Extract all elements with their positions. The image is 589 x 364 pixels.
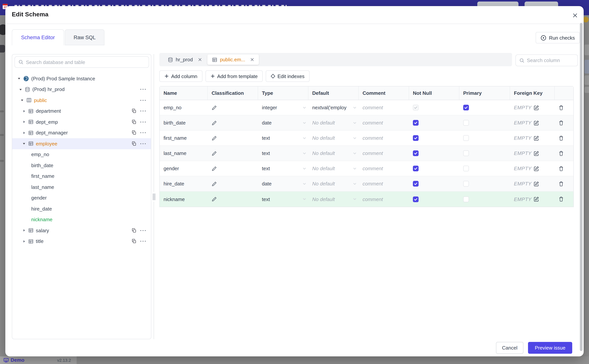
comment-field[interactable]: comment	[359, 192, 409, 207]
caret-right-icon[interactable]	[22, 131, 26, 135]
default-select[interactable]: No default	[308, 146, 359, 161]
tab-chip-hr-prod[interactable]: hr_prod	[163, 54, 207, 65]
more-actions-icon[interactable]: ···	[140, 228, 147, 233]
tree-item-column-emp-no[interactable]: emp_no	[12, 149, 151, 160]
tree-item-column-nickname[interactable]: nickname	[12, 214, 151, 225]
more-actions-icon[interactable]: ···	[140, 109, 147, 114]
classification-edit-icon[interactable]	[212, 196, 217, 202]
tree-item-table-employee[interactable]: employee ···	[12, 138, 151, 149]
tab-chip-public-employee[interactable]: public.em...	[207, 54, 259, 65]
tree-item-table-dept-emp[interactable]: dept_emp ···	[12, 117, 151, 127]
primary-checkbox[interactable]	[463, 135, 469, 141]
tree-item-schema-public[interactable]: public ···	[12, 95, 151, 106]
copy-icon[interactable]	[131, 228, 136, 233]
default-select[interactable]: No default	[308, 176, 359, 191]
comment-field[interactable]: comment	[359, 176, 409, 191]
name-field[interactable]: last_name	[160, 146, 208, 161]
edit-foreign-key-icon[interactable]	[534, 135, 539, 141]
tree-item-column-birth-date[interactable]: birth_date	[12, 160, 151, 171]
trash-icon[interactable]	[558, 135, 564, 141]
classification-edit-icon[interactable]	[212, 181, 217, 186]
primary-checkbox[interactable]	[463, 120, 469, 126]
comment-field[interactable]: comment	[359, 130, 409, 145]
more-actions-icon[interactable]: ···	[140, 98, 147, 103]
classification-edit-icon[interactable]	[212, 135, 217, 141]
modal-scrollbar[interactable]	[580, 23, 582, 351]
edit-foreign-key-icon[interactable]	[534, 166, 539, 171]
classification-edit-icon[interactable]	[212, 105, 217, 110]
copy-icon[interactable]	[131, 120, 136, 124]
tab-raw-sql[interactable]: Raw SQL	[65, 29, 104, 45]
not-null-checkbox[interactable]	[413, 105, 419, 110]
primary-checkbox[interactable]	[463, 105, 469, 110]
trash-icon[interactable]	[558, 166, 564, 171]
comment-field[interactable]: comment	[359, 115, 409, 130]
tree-item-database[interactable]: (Prod) hr_prod ···	[12, 84, 151, 95]
tree-item-instance[interactable]: (Prod) Prod Sample Instance	[12, 73, 151, 84]
close-tab-icon[interactable]	[198, 58, 202, 62]
primary-checkbox[interactable]	[463, 181, 469, 187]
copy-icon[interactable]	[131, 130, 136, 135]
add-column-button[interactable]: Add column	[159, 71, 202, 82]
run-checks-button[interactable]: Run checks	[536, 32, 580, 43]
classification-edit-icon[interactable]	[212, 151, 217, 156]
column-search-input[interactable]	[527, 58, 574, 63]
more-actions-icon[interactable]: ···	[140, 120, 147, 124]
edit-foreign-key-icon[interactable]	[534, 105, 539, 110]
tree-item-column-last-name[interactable]: last_name	[12, 182, 151, 192]
more-actions-icon[interactable]: ···	[140, 87, 147, 92]
comment-field[interactable]: comment	[359, 161, 409, 176]
tree-item-table-dept-manager[interactable]: dept_manager ···	[12, 127, 151, 138]
cancel-button[interactable]: Cancel	[496, 342, 523, 354]
name-field[interactable]: first_name	[160, 130, 208, 145]
edit-foreign-key-icon[interactable]	[534, 120, 539, 125]
default-select[interactable]: No default	[308, 130, 359, 145]
name-field[interactable]: hire_date	[160, 176, 208, 191]
caret-down-icon[interactable]	[17, 77, 21, 81]
type-select[interactable]: text	[258, 192, 308, 207]
caret-right-icon[interactable]	[22, 229, 26, 233]
classification-edit-icon[interactable]	[212, 166, 217, 171]
add-from-template-button[interactable]: Add from template	[205, 71, 262, 82]
type-select[interactable]: date	[258, 115, 308, 130]
demo-link[interactable]: Demo	[11, 357, 24, 363]
name-field[interactable]: birth_date	[160, 115, 208, 130]
more-actions-icon[interactable]: ···	[140, 239, 147, 244]
name-field[interactable]: emp_no	[160, 100, 208, 115]
not-null-checkbox[interactable]	[413, 120, 419, 126]
name-field[interactable]: nickname	[160, 192, 208, 207]
caret-right-icon[interactable]	[22, 109, 26, 113]
trash-icon[interactable]	[558, 151, 564, 156]
primary-checkbox[interactable]	[463, 166, 469, 171]
default-select[interactable]: No default	[308, 161, 359, 176]
edit-foreign-key-icon[interactable]	[534, 196, 539, 202]
not-null-checkbox[interactable]	[413, 196, 419, 202]
more-actions-icon[interactable]: ···	[140, 141, 147, 146]
preview-issue-button[interactable]: Preview issue	[528, 342, 572, 354]
edit-foreign-key-icon[interactable]	[534, 151, 539, 156]
classification-edit-icon[interactable]	[212, 120, 217, 125]
comment-field[interactable]: comment	[359, 100, 409, 115]
panel-resize-handle[interactable]	[152, 192, 156, 202]
default-select[interactable]: No default	[308, 115, 359, 130]
type-select[interactable]: text	[258, 161, 308, 176]
tree-item-column-hire-date[interactable]: hire_date	[12, 203, 151, 214]
not-null-checkbox[interactable]	[413, 166, 419, 171]
copy-icon[interactable]	[131, 109, 136, 114]
caret-down-icon[interactable]	[20, 98, 24, 102]
tree-search-input[interactable]	[26, 59, 145, 65]
name-field[interactable]: gender	[160, 161, 208, 176]
tab-schema-editor[interactable]: Schema Editor	[12, 29, 64, 45]
trash-icon[interactable]	[558, 105, 564, 110]
more-actions-icon[interactable]: ···	[140, 130, 147, 135]
tree-item-column-gender[interactable]: gender	[12, 192, 151, 203]
default-select[interactable]: nextval('employ	[308, 100, 359, 115]
default-select[interactable]: No default	[308, 192, 359, 207]
not-null-checkbox[interactable]	[413, 135, 419, 141]
edit-indexes-button[interactable]: Edit indexes	[266, 71, 309, 82]
trash-icon[interactable]	[558, 120, 564, 125]
copy-icon[interactable]	[131, 141, 136, 146]
trash-icon[interactable]	[558, 181, 564, 186]
tree-item-table-salary[interactable]: salary ···	[12, 225, 151, 236]
comment-field[interactable]: comment	[359, 146, 409, 161]
